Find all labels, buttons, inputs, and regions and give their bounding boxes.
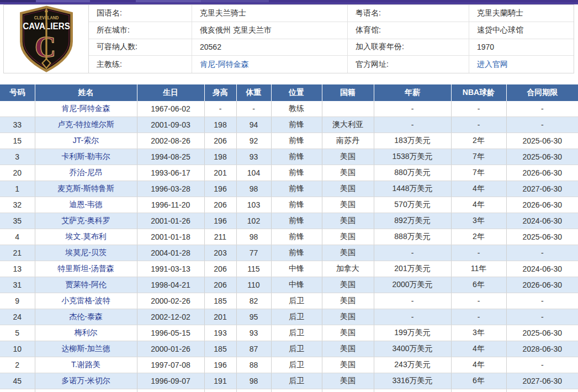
cell-empty bbox=[236, 389, 271, 392]
cell-nationality: 加拿大 bbox=[322, 261, 374, 277]
cell-birthday: 2004-01-28 bbox=[137, 245, 204, 261]
cell-birthday: 1996-05-15 bbox=[137, 325, 204, 341]
cell-position: 后卫 bbox=[271, 341, 322, 357]
cell-birthday: 1993-06-17 bbox=[137, 165, 204, 181]
cell-nba-years: 4年 bbox=[451, 197, 506, 213]
info-value-joined-year: 1970 bbox=[469, 39, 574, 56]
player-link[interactable]: 多诺万-米切尔 bbox=[61, 376, 110, 385]
info-value-cantonese-name: 克里夫蘭騎士 bbox=[469, 5, 574, 22]
player-link[interactable]: 特里斯坦-汤普森 bbox=[57, 264, 114, 273]
cell-weight: 82 bbox=[236, 293, 271, 309]
roster-row: 13特里斯坦-汤普森1991-03-13206115中锋加拿大201万美元11年… bbox=[0, 261, 578, 277]
head-coach-link[interactable]: 肯尼-阿特金森 bbox=[200, 60, 249, 70]
cell-nationality: 美国 bbox=[322, 309, 374, 325]
roster-row: 15JT-索尔2002-08-2620692前锋南苏丹183万美元2年2025-… bbox=[0, 133, 578, 149]
cell-name: 埃文.莫布利 bbox=[35, 229, 137, 245]
roster-row: 33卢克-特拉维尔斯2001-09-0319894前锋澳大利亚--- bbox=[0, 117, 578, 133]
player-link[interactable]: 迪恩-韦德 bbox=[69, 200, 103, 209]
cell-salary: 570万美元 bbox=[374, 197, 451, 213]
cell-birthday: 2002-08-26 bbox=[137, 133, 204, 149]
player-link[interactable]: 肯尼-阿特金森 bbox=[61, 104, 110, 113]
player-link[interactable]: 卡利斯-勒韦尔 bbox=[61, 152, 110, 161]
cell-empty bbox=[204, 389, 236, 392]
cell-weight: 95 bbox=[236, 309, 271, 325]
cell-nba-years: - bbox=[451, 309, 506, 325]
cell-number: 21 bbox=[0, 245, 35, 261]
cell-weight: 102 bbox=[236, 213, 271, 229]
cell-name: 达柳斯-加兰德 bbox=[35, 341, 137, 357]
header-height: 身高 bbox=[204, 84, 236, 101]
cell-empty bbox=[35, 389, 137, 392]
cell-nationality: 美国 bbox=[322, 213, 374, 229]
cell-number: 33 bbox=[0, 117, 35, 133]
player-link[interactable]: 小克雷格-波特 bbox=[61, 296, 110, 305]
player-link[interactable]: 埃文.莫布利 bbox=[66, 232, 107, 241]
info-value-arena: 速贷中心球馆 bbox=[469, 22, 574, 39]
cell-number bbox=[0, 101, 35, 117]
player-link[interactable]: 麦克斯-斯特鲁斯 bbox=[57, 184, 114, 193]
cell-position: 前锋 bbox=[271, 197, 322, 213]
cell-name: 梅利尔 bbox=[35, 325, 137, 341]
player-link[interactable]: 艾萨克-奥科罗 bbox=[61, 216, 110, 225]
cell-number: 45 bbox=[0, 373, 35, 389]
player-link[interactable]: 埃莫尼-贝茨 bbox=[65, 248, 107, 257]
cell-salary: 3400万美元 bbox=[374, 341, 451, 357]
cell-number: 31 bbox=[0, 277, 35, 293]
cell-contract-until: 2025-06-30 bbox=[506, 229, 578, 245]
player-link[interactable]: JT-索尔 bbox=[73, 136, 99, 145]
cell-number: 2 bbox=[0, 357, 35, 373]
cell-nationality: 澳大利亚 bbox=[322, 117, 374, 133]
cell-name: 肯尼-阿特金森 bbox=[35, 101, 137, 117]
player-link[interactable]: 达柳斯-加兰德 bbox=[61, 344, 110, 353]
cell-height: 198 bbox=[204, 117, 236, 133]
cell-height: 193 bbox=[204, 325, 236, 341]
player-link[interactable]: 梅利尔 bbox=[75, 328, 98, 337]
cell-contract-until: 2027-06-30 bbox=[506, 181, 578, 197]
cell-height: 206 bbox=[204, 277, 236, 293]
cell-weight: 110 bbox=[236, 277, 271, 293]
cell-nba-years: 11年 bbox=[451, 261, 506, 277]
cell-position: 前锋 bbox=[271, 245, 322, 261]
roster-row: 1麦克斯-斯特鲁斯1996-03-2819698前锋美国1448万美元4年202… bbox=[0, 181, 578, 197]
player-link[interactable]: T.谢路美 bbox=[71, 360, 100, 369]
cell-number: 10 bbox=[0, 341, 35, 357]
cavaliers-logo: CLEVELAND CAVALIERS C bbox=[15, 6, 77, 72]
cell-weight: 104 bbox=[236, 165, 271, 181]
cell-position: 前锋 bbox=[271, 213, 322, 229]
player-link[interactable]: 杰伦-泰森 bbox=[69, 312, 103, 321]
cell-name: 特里斯坦-汤普森 bbox=[35, 261, 137, 277]
cell-height: 206 bbox=[204, 197, 236, 213]
cell-number: 1 bbox=[0, 181, 35, 197]
cell-name: 杰伦-泰森 bbox=[35, 309, 137, 325]
team-info-grid: 国语名: 克里夫兰骑士 粤语名: 克里夫蘭騎士 所在城市: 俄亥俄州 克里夫兰市… bbox=[89, 5, 574, 73]
player-link[interactable]: 卢克-特拉维尔斯 bbox=[57, 120, 114, 129]
info-value-capacity: 20562 bbox=[192, 39, 348, 56]
cell-weight: 87 bbox=[236, 341, 271, 357]
cell-position: 前锋 bbox=[271, 229, 322, 245]
cell-number: 13 bbox=[0, 261, 35, 277]
cell-birthday: 2000-01-26 bbox=[137, 341, 204, 357]
header-number: 号码 bbox=[0, 84, 35, 101]
roster-row: 24杰伦-泰森2002-12-0220195后卫美国--- bbox=[0, 309, 578, 325]
player-link[interactable]: 乔治-尼昂 bbox=[69, 168, 103, 177]
player-link[interactable]: 贾莱特-阿伦 bbox=[65, 280, 107, 289]
cell-contract-until: - bbox=[506, 117, 578, 133]
official-site-link[interactable]: 进入官网 bbox=[477, 60, 508, 70]
cell-number: 35 bbox=[0, 213, 35, 229]
cell-nationality: 美国 bbox=[322, 325, 374, 341]
cell-nba-years: - bbox=[451, 245, 506, 261]
cell-nba-years: 4年 bbox=[451, 181, 506, 197]
cell-weight: 93 bbox=[236, 325, 271, 341]
cell-nba-years: 3年 bbox=[451, 325, 506, 341]
roster-row: 肯尼-阿特金森1967-06-02--教练--- bbox=[0, 101, 578, 117]
cell-position: 后卫 bbox=[271, 357, 322, 373]
cell-number: 3 bbox=[0, 149, 35, 165]
header-nba-years: NBA球龄 bbox=[451, 84, 506, 101]
cell-contract-until: 2025-06-30 bbox=[506, 149, 578, 165]
cell-weight: 115 bbox=[236, 261, 271, 277]
cell-weight: 98 bbox=[236, 229, 271, 245]
cell-number: 32 bbox=[0, 197, 35, 213]
cell-position: 前锋 bbox=[271, 149, 322, 165]
cell-position: 中锋 bbox=[271, 261, 322, 277]
roster-body: 肯尼-阿特金森1967-06-02--教练---33卢克-特拉维尔斯2001-0… bbox=[0, 101, 578, 392]
